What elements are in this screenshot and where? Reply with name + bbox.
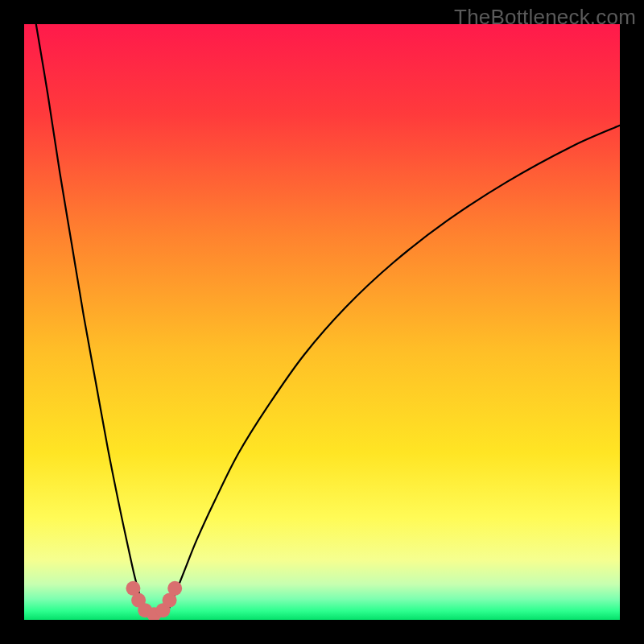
gradient-background: [24, 24, 620, 620]
plot-svg: [24, 24, 620, 620]
valley-marker: [167, 581, 182, 596]
plot-area: [24, 24, 620, 620]
chart-stage: TheBottleneck.com: [0, 0, 644, 644]
